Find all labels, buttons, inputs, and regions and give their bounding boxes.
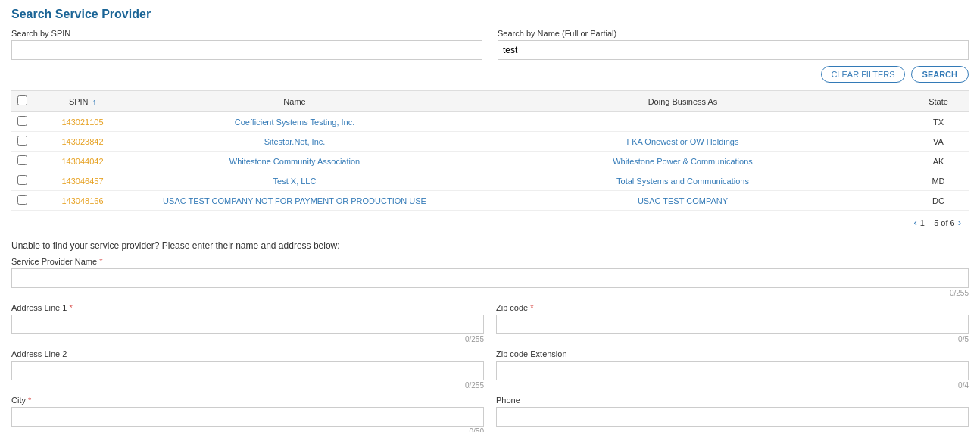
state-cell: VA bbox=[908, 132, 969, 152]
phone-label: Phone bbox=[496, 396, 969, 405]
spin-column-header: SPIN ↑ bbox=[33, 91, 132, 112]
dba-cell: Whitestone Power & Communications bbox=[457, 152, 908, 171]
city-field: City * 0/50 bbox=[11, 396, 484, 432]
zipcode-ext-char-count: 0/4 bbox=[496, 381, 969, 390]
provider-name-field: Service Provider Name * 0/255 bbox=[11, 257, 969, 297]
dba-cell: FKA Onewest or OW Holdings bbox=[457, 132, 908, 152]
name-cell: Coefficient Systems Testing, Inc. bbox=[132, 112, 457, 132]
name-label: Search by Name (Full or Partial) bbox=[498, 29, 969, 38]
required-star: * bbox=[97, 257, 102, 266]
row-checkbox[interactable] bbox=[17, 155, 27, 165]
dba-cell: USAC TEST COMPANY bbox=[457, 191, 908, 211]
provider-name-label: Service Provider Name * bbox=[11, 257, 969, 266]
table-row: 143021105 Coefficient Systems Testing, I… bbox=[11, 112, 969, 132]
address1-field: Address Line 1 * 0/255 bbox=[11, 303, 484, 343]
name-cell: Whitestone Community Association bbox=[132, 152, 457, 171]
state-column-header: State bbox=[908, 91, 969, 112]
dba-column-header: Doing Business As bbox=[457, 91, 908, 112]
zipcode-input[interactable] bbox=[496, 315, 969, 334]
address2-char-count: 0/255 bbox=[11, 381, 484, 390]
name-cell: USAC TEST COMPANY-NOT FOR PAYMENT OR PRO… bbox=[132, 191, 457, 211]
state-cell: MD bbox=[908, 171, 969, 191]
provider-name-input[interactable] bbox=[11, 268, 969, 288]
results-table: SPIN ↑ Name Doing Business As State 1430… bbox=[11, 90, 969, 211]
row-checkbox[interactable] bbox=[17, 175, 27, 185]
name-cell: Sitestar.Net, Inc. bbox=[132, 132, 457, 152]
spin-label: Search by SPIN bbox=[11, 29, 482, 38]
row-checkbox-cell[interactable] bbox=[11, 112, 33, 132]
unable-text: Unable to find your service provider? Pl… bbox=[11, 240, 969, 251]
provider-name-char-count: 0/255 bbox=[11, 289, 969, 297]
name-column-header: Name bbox=[132, 91, 457, 112]
address1-zip-row: Address Line 1 * 0/255 Zip code * 0/5 bbox=[11, 303, 969, 343]
name-input[interactable] bbox=[498, 40, 969, 60]
city-label: City * bbox=[11, 396, 484, 405]
prev-page-arrow[interactable]: ‹ bbox=[913, 217, 916, 228]
address2-input[interactable] bbox=[11, 361, 484, 380]
table-row: 143023842 Sitestar.Net, Inc. FKA Onewest… bbox=[11, 132, 969, 152]
page-title: Search Service Provider bbox=[11, 8, 969, 21]
zipcode-ext-field: Zip code Extension 0/4 bbox=[496, 349, 969, 390]
address2-field: Address Line 2 0/255 bbox=[11, 349, 484, 390]
address1-label: Address Line 1 * bbox=[11, 303, 484, 312]
search-section: Search by SPIN Search by Name (Full or P… bbox=[11, 29, 969, 60]
spin-cell: 143048166 bbox=[33, 191, 132, 211]
city-phone-row: City * 0/50 Phone bbox=[11, 396, 969, 432]
search-button[interactable]: SEARCH bbox=[911, 66, 969, 83]
phone-input[interactable] bbox=[496, 407, 969, 427]
row-checkbox[interactable] bbox=[17, 195, 27, 205]
address2-label: Address Line 2 bbox=[11, 349, 484, 358]
row-checkbox-cell[interactable] bbox=[11, 191, 33, 211]
button-row: CLEAR FILTERS SEARCH bbox=[11, 66, 969, 83]
state-cell: TX bbox=[908, 112, 969, 132]
city-char-count: 0/50 bbox=[11, 427, 484, 432]
table-row: 143046457 Test X, LLC Total Systems and … bbox=[11, 171, 969, 191]
row-checkbox-cell[interactable] bbox=[11, 171, 33, 191]
unable-section: Unable to find your service provider? Pl… bbox=[11, 240, 969, 432]
spin-cell: 143046457 bbox=[33, 171, 132, 191]
required-star: * bbox=[528, 303, 533, 312]
spin-cell: 143021105 bbox=[33, 112, 132, 132]
dba-cell bbox=[457, 112, 908, 132]
clear-filters-button[interactable]: CLEAR FILTERS bbox=[821, 66, 904, 83]
row-checkbox-cell[interactable] bbox=[11, 152, 33, 171]
zipcode-label: Zip code * bbox=[496, 303, 969, 312]
table-row: 143048166 USAC TEST COMPANY-NOT FOR PAYM… bbox=[11, 191, 969, 211]
state-cell: DC bbox=[908, 191, 969, 211]
row-checkbox[interactable] bbox=[17, 136, 27, 146]
spin-cell: 143044042 bbox=[33, 152, 132, 171]
required-star: * bbox=[26, 396, 31, 405]
state-cell: AK bbox=[908, 152, 969, 171]
zipcode-ext-label: Zip code Extension bbox=[496, 349, 969, 358]
zipcode-field: Zip code * 0/5 bbox=[496, 303, 969, 343]
select-all-checkbox[interactable] bbox=[17, 95, 27, 105]
city-input[interactable] bbox=[11, 407, 484, 427]
select-all-checkbox-header[interactable] bbox=[11, 91, 33, 112]
spin-search-field: Search by SPIN bbox=[11, 29, 482, 60]
phone-field: Phone bbox=[496, 396, 969, 432]
dba-cell: Total Systems and Communications bbox=[457, 171, 908, 191]
zipcode-ext-input[interactable] bbox=[496, 361, 969, 380]
row-checkbox-cell[interactable] bbox=[11, 132, 33, 152]
sort-icon[interactable]: ↑ bbox=[92, 97, 97, 106]
pagination-text: 1 – 5 of 6 bbox=[920, 218, 955, 227]
provider-name-row: Service Provider Name * 0/255 bbox=[11, 257, 969, 297]
spin-input[interactable] bbox=[11, 40, 482, 60]
name-search-field: Search by Name (Full or Partial) bbox=[498, 29, 969, 60]
row-checkbox[interactable] bbox=[17, 116, 27, 126]
spin-cell: 143023842 bbox=[33, 132, 132, 152]
address2-zipext-row: Address Line 2 0/255 Zip code Extension … bbox=[11, 349, 969, 390]
zipcode-char-count: 0/5 bbox=[496, 335, 969, 343]
address1-char-count: 0/255 bbox=[11, 335, 484, 343]
address1-input[interactable] bbox=[11, 315, 484, 334]
name-cell: Test X, LLC bbox=[132, 171, 457, 191]
required-star: * bbox=[67, 303, 72, 312]
pagination: ‹ 1 – 5 of 6 › bbox=[11, 214, 969, 231]
table-row: 143044042 Whitestone Community Associati… bbox=[11, 152, 969, 171]
next-page-arrow[interactable]: › bbox=[958, 217, 961, 228]
